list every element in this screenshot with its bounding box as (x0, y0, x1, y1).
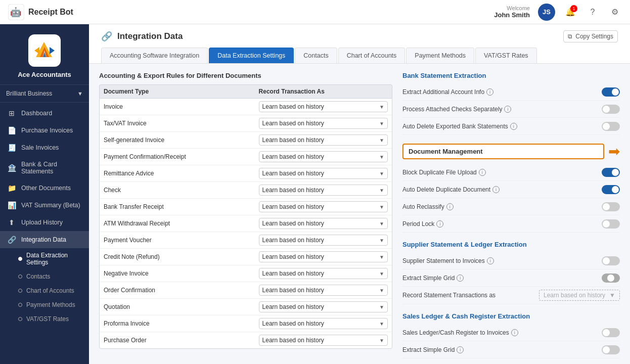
sidebar-item-upload-history[interactable]: ⬆ Upload History (0, 214, 89, 231)
toggle-switch[interactable] (602, 185, 620, 194)
record-select[interactable]: Learn based on history ▼ (259, 151, 388, 162)
vat-icon: 📊 (7, 201, 16, 209)
setting-label: Extract Simple Grid i (402, 275, 602, 282)
toggle-switch[interactable] (602, 328, 620, 337)
record-select[interactable]: Learn based on history ▼ (259, 134, 388, 146)
client-selector[interactable]: Brilliant Business ▼ (0, 85, 89, 103)
sidebar-item-purchase-invoices[interactable]: 📄 Purchase Invoices (0, 122, 89, 139)
tab-accounting-software[interactable]: Accounting Software Integration (101, 48, 208, 63)
settings-icon[interactable]: ⚙ (608, 5, 622, 19)
select-arrow-icon: ▼ (379, 221, 384, 226)
sidebar-sub-item-contacts[interactable]: Contacts (0, 269, 89, 284)
select-value: Learn based on history (262, 103, 324, 110)
setting-row: Extract Simple Grid i (402, 341, 620, 358)
record-select[interactable]: Learn based on history ▼ (259, 101, 388, 112)
tab-contacts[interactable]: Contacts (295, 48, 337, 63)
toggle-switch[interactable] (602, 122, 620, 131)
info-icon[interactable]: i (504, 106, 511, 113)
setting-text: Period Lock (402, 220, 434, 228)
select-arrow-icon: ▼ (379, 238, 384, 243)
info-icon[interactable]: i (436, 220, 443, 228)
avatar[interactable]: JS (538, 4, 555, 21)
tab-vat-gst-rates[interactable]: VAT/GST Rates (475, 48, 537, 63)
sidebar-item-other-documents[interactable]: 📁 Other Documents (0, 179, 89, 197)
main-content: 🔗 Integration Data ⧉ Copy Settings Accou… (89, 24, 630, 364)
toggle-switch[interactable] (602, 168, 620, 177)
toggle-switch[interactable] (602, 274, 620, 283)
info-icon[interactable]: i (457, 275, 464, 282)
info-icon[interactable]: i (446, 203, 454, 210)
doc-row-label: Proforma Invoice (104, 320, 259, 327)
record-select[interactable]: Learn based on history ▼ (259, 168, 388, 179)
welcome-text: Welcome (507, 5, 530, 11)
toggle-switch[interactable] (602, 345, 620, 354)
select-arrow-icon: ▼ (379, 288, 384, 293)
doc-row-select: Learn based on history ▼ (259, 251, 388, 262)
info-icon[interactable]: i (492, 186, 500, 193)
sidebar-sub-item-data-extraction[interactable]: Data Extraction Settings (0, 248, 89, 269)
sub-item-label: Contacts (26, 273, 50, 280)
tab-data-extraction[interactable]: Data Extraction Settings (209, 48, 294, 63)
info-icon[interactable]: i (487, 257, 494, 264)
record-select[interactable]: Learn based on history ▼ (259, 301, 388, 312)
toggle-switch[interactable] (602, 219, 620, 229)
setting-label: Auto Delete Exported Bank Statements i (402, 123, 602, 130)
select-arrow-icon: ▼ (379, 204, 384, 210)
sub-dot (18, 257, 22, 261)
toggle-switch[interactable] (602, 256, 620, 265)
info-icon[interactable]: i (457, 346, 464, 353)
record-select[interactable]: Learn based on history ▼ (259, 285, 388, 296)
info-icon[interactable]: i (510, 123, 517, 130)
select-arrow-icon: ▼ (379, 154, 384, 160)
info-icon[interactable]: i (479, 169, 486, 176)
record-select[interactable]: Learn based on history ▼ (259, 201, 388, 212)
toggle-switch[interactable] (602, 202, 620, 211)
client-name: Brilliant Business (6, 90, 52, 97)
sidebar-sub-item-payment-methods[interactable]: Payment Methods (0, 298, 89, 312)
record-select[interactable]: Learn based on history ▼ (259, 318, 388, 329)
sidebar-item-label: Bank & Card Statements (21, 161, 82, 175)
select-arrow-icon: ▼ (379, 338, 384, 343)
tab-chart-of-accounts[interactable]: Chart of Accounts (338, 48, 406, 63)
section-title: Accounting & Export Rules for Different … (99, 72, 392, 79)
select-value: Learn based on history (262, 270, 324, 277)
sidebar-sub-item-chart-of-accounts[interactable]: Chart of Accounts (0, 284, 89, 298)
app-brand: Receipt Bot (28, 8, 73, 17)
col-doctype-header: Document Type (104, 88, 259, 95)
setting-row: Process Attached Checks Separately i (402, 101, 620, 118)
company-logo (28, 34, 61, 67)
sidebar-item-dashboard[interactable]: ⊞ Dashboard (0, 105, 89, 122)
record-select[interactable]: Learn based on history ▼ (259, 268, 388, 279)
tab-payment-methods[interactable]: Payment Methods (406, 48, 474, 63)
setting-label: Process Attached Checks Separately i (402, 106, 602, 113)
record-select[interactable]: Learn based on history ▼ (259, 118, 388, 129)
record-statement-select[interactable]: Learn based on history ▼ (539, 290, 620, 301)
sidebar-item-sale-invoices[interactable]: 🧾 Sale Invoices (0, 139, 89, 156)
toggle-switch[interactable] (602, 105, 620, 114)
info-icon[interactable]: i (486, 88, 493, 96)
bank-section: Bank Statement Extraction Extract Additi… (402, 72, 620, 135)
select-arrow-icon: ▼ (379, 121, 384, 126)
doc-row-label: Order Confirmation (104, 287, 259, 294)
sub-dot (18, 289, 22, 293)
sidebar-sub-item-vat-gst[interactable]: VAT/GST Rates (0, 312, 89, 326)
record-select[interactable]: Learn based on history ▼ (259, 218, 388, 229)
record-select[interactable]: Learn based on history ▼ (259, 185, 388, 196)
doc-row: ATM Withdrawal Receipt Learn based on hi… (100, 215, 392, 232)
record-select[interactable]: Learn based on history ▼ (259, 251, 388, 262)
sidebar-item-vat-summary[interactable]: 📊 VAT Summary (Beta) (0, 197, 89, 214)
doc-row-label: Quotation (104, 303, 259, 310)
copy-settings-button[interactable]: ⧉ Copy Settings (563, 30, 618, 42)
purchase-invoices-icon: 📄 (7, 126, 16, 134)
setting-label: Period Lock i (402, 220, 602, 228)
toggle-switch[interactable] (602, 87, 620, 97)
record-select[interactable]: Learn based on history ▼ (259, 235, 388, 246)
record-select[interactable]: Learn based on history ▼ (259, 335, 388, 346)
select-arrow-icon: ▼ (609, 292, 615, 299)
sidebar-item-integration-data[interactable]: 🔗 Integration Data (0, 231, 89, 248)
select-value: Learn based on history (262, 237, 324, 244)
doc-row-label: Payment Voucher (104, 237, 259, 244)
sidebar-item-bank-statements[interactable]: 🏦 Bank & Card Statements (0, 156, 89, 179)
help-icon[interactable]: ? (586, 5, 600, 19)
info-icon[interactable]: i (511, 329, 518, 336)
